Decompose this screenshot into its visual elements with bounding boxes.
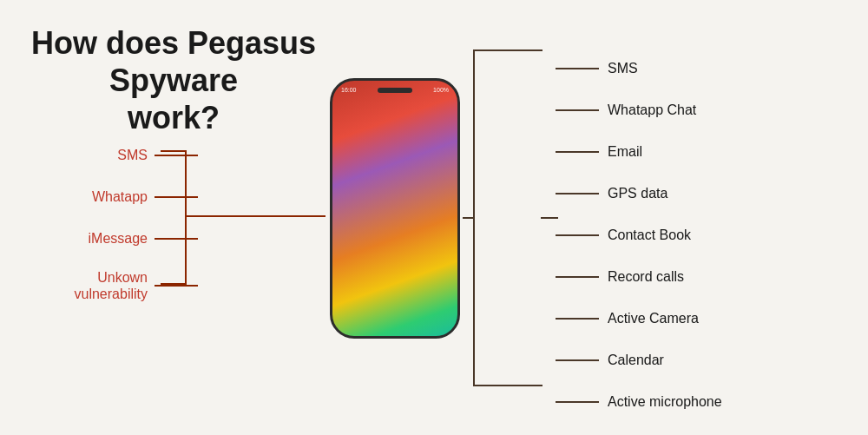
left-line-unknown — [155, 285, 198, 287]
list-item: Whatapp Chat — [556, 89, 722, 131]
right-line-sms — [556, 68, 599, 69]
right-label-sms: SMS — [608, 61, 638, 76]
list-item: Contact Book — [556, 214, 722, 256]
right-line-gps — [556, 193, 599, 194]
right-bracket — [473, 49, 542, 386]
right-line-microphone — [556, 401, 599, 403]
right-items-container: SMS Whatapp Chat Email GPS data Contact … — [556, 48, 722, 423]
phone-time: 16:00 — [341, 87, 357, 93]
list-item: Email — [556, 131, 722, 173]
right-label-email: Email — [608, 144, 642, 160]
list-item: GPS data — [556, 173, 722, 214]
phone-status-bar: 16:00 100% — [341, 84, 449, 95]
phone-to-bracket-line — [463, 217, 475, 219]
list-item: SMS — [556, 48, 722, 89]
phone-battery: 100% — [433, 87, 449, 93]
page-title: How does Pegasus Spyware work? — [26, 24, 321, 137]
right-line-calendar — [556, 359, 599, 361]
right-line-email — [556, 151, 599, 153]
right-label-contact-book: Contact Book — [608, 227, 691, 243]
left-bracket — [161, 150, 187, 285]
left-label-sms: SMS — [43, 148, 148, 163]
list-item: Active Camera — [556, 298, 722, 339]
right-label-record-calls: Record calls — [608, 269, 684, 285]
right-line-contact-book — [556, 234, 599, 236]
right-line-whatapp — [556, 109, 599, 111]
left-bracket-line — [187, 215, 326, 217]
right-line-record-calls — [556, 276, 599, 278]
list-item: Active microphone — [556, 381, 722, 423]
right-line-active-camera — [556, 318, 599, 320]
list-item: Record calls — [556, 256, 722, 298]
left-label-unknown: Unkownvulnerability — [43, 269, 148, 302]
right-label-calendar: Calendar — [608, 353, 664, 368]
right-label-gps: GPS data — [608, 186, 667, 201]
list-item: Calendar — [556, 339, 722, 381]
phone-illustration: 16:00 100% — [330, 78, 460, 339]
right-label-whatapp-chat: Whatapp Chat — [608, 102, 696, 118]
left-label-whatapp: Whatapp — [43, 189, 148, 205]
right-label-microphone: Active microphone — [608, 394, 722, 410]
right-label-active-camera: Active Camera — [608, 311, 699, 326]
left-label-imessage: iMessage — [43, 231, 148, 247]
